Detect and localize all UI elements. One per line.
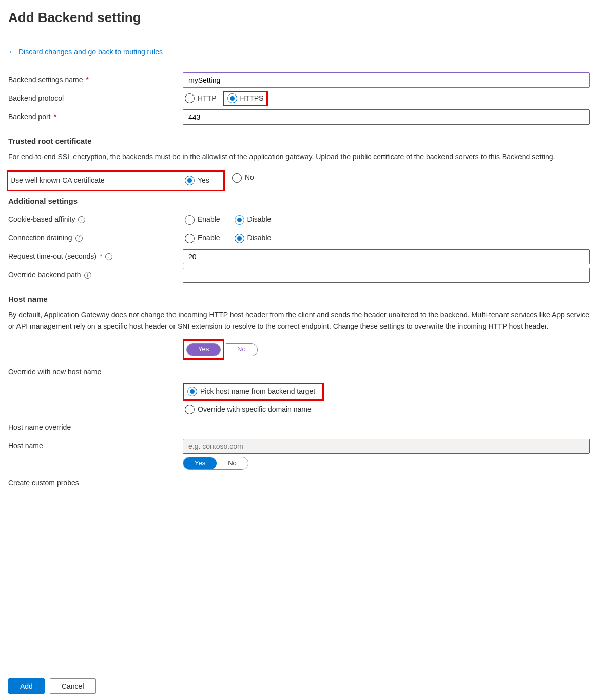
protocol-https-radio[interactable]: HTTPS	[225, 92, 266, 105]
required-asterisk: *	[100, 252, 102, 262]
port-label: Backend port	[8, 112, 51, 122]
trusted-heading: Trusted root certificate	[8, 136, 590, 146]
cookie-disable-text: Disable	[247, 215, 272, 225]
probes-toggle-yes[interactable]: Yes	[183, 457, 217, 469]
hostname-heading: Host name	[8, 294, 590, 305]
ca-no-text: No	[245, 173, 254, 183]
override-toggle-no[interactable]: No	[226, 344, 257, 356]
probes-toggle[interactable]: Yes No	[183, 457, 248, 470]
protocol-https-text: HTTPS	[240, 93, 264, 104]
protocol-http-radio[interactable]: HTTP	[183, 92, 219, 105]
radio-icon	[227, 93, 237, 103]
radio-icon	[185, 234, 195, 243]
connection-enable-radio[interactable]: Enable	[183, 232, 222, 244]
timeout-label: Request time-out (seconds)	[8, 252, 97, 262]
probes-toggle-no[interactable]: No	[217, 457, 248, 469]
pick-backend-radio[interactable]: Pick host name from backend target	[185, 386, 317, 398]
radio-icon	[187, 387, 197, 396]
port-input[interactable]	[183, 109, 590, 125]
info-icon[interactable]: i	[78, 216, 85, 223]
ca-label: Use well known CA certificate	[10, 176, 105, 186]
info-icon[interactable]: i	[84, 272, 91, 279]
timeout-input[interactable]	[183, 249, 590, 264]
info-icon[interactable]: i	[75, 235, 83, 242]
connection-enable-text: Enable	[198, 233, 220, 243]
hostname-override-label: Host name override	[8, 423, 71, 433]
radio-icon	[232, 173, 242, 183]
radio-icon	[185, 215, 195, 225]
connection-disable-radio[interactable]: Disable	[233, 232, 274, 244]
trusted-desc: For end-to-end SSL encryption, the backe…	[8, 152, 590, 163]
info-icon[interactable]: i	[105, 253, 112, 260]
cookie-label: Cookie-based affinity	[8, 215, 75, 225]
radio-icon	[235, 234, 244, 243]
settings-name-input[interactable]	[183, 72, 590, 88]
override-path-input[interactable]	[183, 268, 590, 283]
probes-label: Create custom probes	[8, 478, 79, 488]
override-toggle-yes[interactable]: Yes	[187, 344, 220, 356]
override-path-label: Override backend path	[8, 270, 81, 280]
specific-domain-radio[interactable]: Override with specific domain name	[183, 404, 314, 416]
back-link-text: Discard changes and go back to routing r…	[18, 47, 163, 58]
override-toggle[interactable]: Yes	[186, 343, 221, 356]
hostname-desc: By default, Application Gateway does not…	[8, 310, 590, 332]
radio-icon	[185, 93, 195, 103]
protocol-label: Backend protocol	[8, 93, 64, 104]
cookie-enable-radio[interactable]: Enable	[183, 214, 222, 226]
radio-icon	[185, 405, 195, 414]
radio-icon	[235, 215, 244, 225]
page-title: Add Backend setting	[8, 8, 590, 27]
ca-yes-radio[interactable]: Yes	[183, 175, 211, 187]
protocol-http-text: HTTP	[198, 93, 217, 104]
additional-heading: Additional settings	[8, 196, 590, 206]
required-asterisk: *	[86, 75, 89, 85]
ca-yes-text: Yes	[198, 176, 209, 186]
connection-disable-text: Disable	[247, 233, 272, 243]
connection-label: Connection draining	[8, 233, 72, 243]
arrow-left-icon: ←	[8, 47, 15, 58]
ca-no-radio[interactable]: No	[230, 172, 256, 184]
required-asterisk: *	[54, 112, 56, 122]
settings-name-label: Backend settings name	[8, 75, 83, 85]
radio-icon	[185, 176, 195, 185]
pick-backend-text: Pick host name from backend target	[200, 387, 315, 397]
cookie-disable-radio[interactable]: Disable	[233, 214, 274, 226]
back-link[interactable]: ← Discard changes and go back to routing…	[8, 47, 163, 58]
override-hostname-label: Override with new host name	[8, 367, 101, 377]
specific-domain-text: Override with specific domain name	[198, 405, 312, 415]
hostname-input	[183, 439, 590, 454]
hostname-label: Host name	[8, 441, 43, 451]
cookie-enable-text: Enable	[198, 215, 220, 225]
